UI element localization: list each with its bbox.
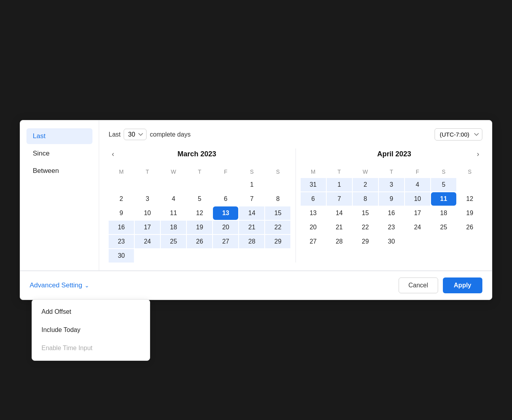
- days-select[interactable]: 30 7 14 60 90: [124, 129, 147, 140]
- april-day-12[interactable]: 12: [457, 192, 482, 206]
- april-day-8[interactable]: 8: [353, 192, 378, 206]
- april-day-7[interactable]: 7: [327, 192, 352, 206]
- march-day-17[interactable]: 17: [135, 221, 160, 234]
- march-day-13[interactable]: 13: [213, 206, 238, 220]
- april-day-24[interactable]: 24: [405, 221, 430, 234]
- april-day-9[interactable]: 9: [379, 192, 404, 206]
- april-weekday-5: S: [431, 166, 456, 177]
- last-label-text: Last: [109, 131, 120, 138]
- april-calendar-header: April 2023 ›: [301, 148, 483, 160]
- march-cell-empty: [135, 249, 160, 262]
- april-title: April 2023: [377, 150, 411, 158]
- march-day-22[interactable]: 22: [265, 221, 290, 234]
- march-weekday-6: S: [265, 166, 290, 177]
- march-day-30[interactable]: 30: [109, 249, 134, 262]
- advanced-setting-button[interactable]: Advanced Setting ⌄: [30, 281, 89, 289]
- april-day-21[interactable]: 21: [327, 221, 352, 234]
- april-day-10[interactable]: 10: [405, 192, 430, 206]
- april-cell-31[interactable]: 31: [301, 178, 326, 191]
- march-day-15[interactable]: 15: [265, 206, 290, 220]
- march-day-6[interactable]: 6: [213, 192, 238, 206]
- march-day-12[interactable]: 12: [187, 206, 212, 220]
- april-day-5[interactable]: 5: [431, 178, 456, 191]
- march-day-25[interactable]: 25: [161, 235, 186, 248]
- top-section: Last Since Between Last 30 7: [20, 120, 492, 271]
- march-day-26[interactable]: 26: [187, 235, 212, 248]
- march-day-28[interactable]: 28: [239, 235, 264, 248]
- april-day-3[interactable]: 3: [379, 178, 404, 191]
- april-day-1[interactable]: 1: [327, 178, 352, 191]
- cancel-button[interactable]: Cancel: [399, 278, 438, 293]
- march-day-7[interactable]: 7: [239, 192, 264, 206]
- prev-month-button[interactable]: ‹: [109, 148, 117, 160]
- march-day-2[interactable]: 2: [109, 192, 134, 206]
- april-day-grid: M T W T F S S 31 1 2 3 4: [301, 166, 483, 248]
- april-weekday-2: W: [353, 166, 378, 177]
- include-today-item[interactable]: Include Today: [32, 321, 150, 339]
- march-cell-empty: [265, 249, 290, 262]
- april-day-23[interactable]: 23: [379, 221, 404, 234]
- march-day-8[interactable]: 8: [265, 192, 290, 206]
- april-day-25[interactable]: 25: [431, 221, 456, 234]
- march-day-9[interactable]: 9: [109, 206, 134, 220]
- april-cell-empty: [431, 235, 456, 248]
- march-day-14[interactable]: 14: [239, 206, 264, 220]
- utc-select[interactable]: (UTC-7:00) (UTC-8:00) (UTC+0:00) (UTC+5:…: [435, 128, 482, 141]
- sidebar-item-since[interactable]: Since: [26, 146, 92, 161]
- april-day-30[interactable]: 30: [379, 235, 404, 248]
- april-day-2[interactable]: 2: [353, 178, 378, 191]
- april-day-4[interactable]: 4: [405, 178, 430, 191]
- march-day-10[interactable]: 10: [135, 206, 160, 220]
- march-cell-empty: [161, 249, 186, 262]
- april-weekday-3: T: [379, 166, 404, 177]
- april-day-11[interactable]: 11: [431, 192, 456, 206]
- april-day-19[interactable]: 19: [457, 206, 482, 220]
- april-day-17[interactable]: 17: [405, 206, 430, 220]
- outer-wrapper: Last Since Between Last 30 7: [20, 120, 492, 300]
- march-day-20[interactable]: 20: [213, 221, 238, 234]
- march-cell-empty: [213, 178, 238, 191]
- march-day-29[interactable]: 29: [265, 235, 290, 248]
- calendar-area: Last 30 7 14 60 90 complete days (UTC-7:…: [99, 120, 492, 270]
- april-day-20[interactable]: 20: [301, 221, 326, 234]
- april-day-28[interactable]: 28: [327, 235, 352, 248]
- apply-button[interactable]: Apply: [443, 278, 482, 293]
- sidebar-item-between[interactable]: Between: [26, 163, 92, 179]
- april-day-22[interactable]: 22: [353, 221, 378, 234]
- march-day-3[interactable]: 3: [135, 192, 160, 206]
- april-day-6[interactable]: 6: [301, 192, 326, 206]
- march-day-23[interactable]: 23: [109, 235, 134, 248]
- april-day-26[interactable]: 26: [457, 221, 482, 234]
- march-day-27[interactable]: 27: [213, 235, 238, 248]
- march-day-19[interactable]: 19: [187, 221, 212, 234]
- april-day-29[interactable]: 29: [353, 235, 378, 248]
- march-cell-empty: [213, 249, 238, 262]
- add-offset-item[interactable]: Add Offset: [32, 303, 150, 321]
- march-day-11[interactable]: 11: [161, 206, 186, 220]
- march-day-24[interactable]: 24: [135, 235, 160, 248]
- april-day-14[interactable]: 14: [327, 206, 352, 220]
- march-day-18[interactable]: 18: [161, 221, 186, 234]
- next-month-button[interactable]: ›: [474, 148, 482, 160]
- march-weekday-5: S: [239, 166, 264, 177]
- april-weekday-6: S: [457, 166, 482, 177]
- march-weekday-4: F: [213, 166, 238, 177]
- sidebar-item-last[interactable]: Last: [26, 128, 92, 144]
- march-cell-empty: [109, 178, 134, 191]
- april-cell-empty: [405, 235, 430, 248]
- march-day-16[interactable]: 16: [109, 221, 134, 234]
- march-day-4[interactable]: 4: [161, 192, 186, 206]
- march-cell-empty: [161, 178, 186, 191]
- april-weekday-4: F: [405, 166, 430, 177]
- april-day-18[interactable]: 18: [431, 206, 456, 220]
- april-cell-empty: [457, 235, 482, 248]
- utc-control: (UTC-7:00) (UTC-8:00) (UTC+0:00) (UTC+5:…: [435, 128, 482, 141]
- march-day-1[interactable]: 1: [239, 178, 264, 191]
- april-calendar: April 2023 › M T W T F S S: [296, 148, 483, 262]
- march-day-5[interactable]: 5: [187, 192, 212, 206]
- march-day-21[interactable]: 21: [239, 221, 264, 234]
- april-day-16[interactable]: 16: [379, 206, 404, 220]
- april-day-27[interactable]: 27: [301, 235, 326, 248]
- april-day-15[interactable]: 15: [353, 206, 378, 220]
- april-day-13[interactable]: 13: [301, 206, 326, 220]
